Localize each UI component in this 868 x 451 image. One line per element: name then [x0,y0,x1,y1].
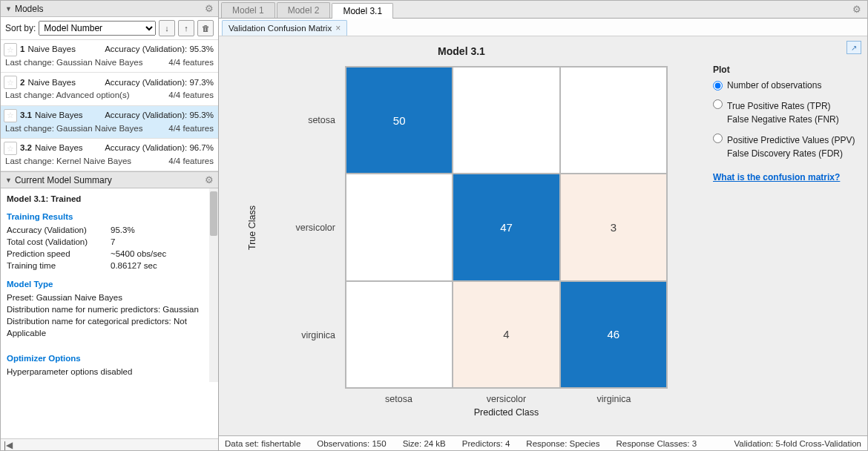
training-results-heading: Training Results [7,211,212,223]
matrix-cell [453,67,559,174]
model-name: Naive Bayes [27,76,76,89]
status-bar: Data set: fishertable Observations: 150 … [219,435,867,450]
popout-icon[interactable]: ↗ [846,41,861,54]
gear-icon[interactable]: ⚙ [205,3,214,14]
status-validation: Validation: 5-fold Cross-Validation [734,439,861,448]
radio-ppv[interactable] [713,134,723,143]
sort-asc-button[interactable]: ↓ [159,20,175,36]
matrix-cell: 46 [560,281,667,388]
metric-row: Prediction speed~5400 obs/sec [7,248,212,260]
models-panel-header[interactable]: ▼ Models ⚙ [1,1,218,17]
model-last-change: Last change: Advanced option(s) [5,89,130,102]
main-tab[interactable]: Model 1 [221,2,275,18]
model-index: 2 [20,76,24,89]
model-name: Naive Bayes [35,109,83,122]
model-features: 4/4 features [168,155,214,168]
optimizer-heading: Optimizer Options [7,352,212,364]
plot-option-observations[interactable]: Number of observations [713,79,857,92]
plot-options-panel: Plot Number of observations True Positiv… [707,59,863,188]
model-list: ☆ 1 Naive Bayes Accuracy (Validation): 9… [1,40,218,171]
model-features: 4/4 features [168,122,214,135]
models-panel-title: Models [15,4,202,14]
status-response: Response: Species [526,439,599,448]
model-last-change: Last change: Gaussian Naive Bayes [5,122,142,135]
metric-row: Training time0.86127 sec [7,260,212,271]
delete-button[interactable]: 🗑 [197,20,214,36]
plot-option-ppv[interactable]: Positive Predictive Values (PPV) [727,134,855,147]
tab-confusion-matrix[interactable]: Validation Confusion Matrix × [222,20,347,36]
model-name: Naive Bayes [27,43,76,56]
col-label: setosa [345,391,453,404]
matrix-cell: 47 [453,174,559,280]
previous-icon[interactable]: |◀ [4,440,13,450]
model-index: 3.1 [20,109,32,122]
y-axis-label: True Class [247,205,257,250]
matrix-cell [346,281,453,388]
summary-panel-header[interactable]: ▼ Current Model Summary ⚙ [1,172,218,188]
confusion-matrix: 50473446 [345,66,668,389]
chart-title: Model 3.1 [219,45,704,57]
status-size: Size: 24 kB [403,439,446,448]
summary-model-name: Model 3.1: Trained [7,193,212,205]
sort-label: Sort by: [5,23,36,33]
plot-option-fdr[interactable]: False Discovery Rates (FDR) [727,147,855,160]
summary-body: Model 3.1: Trained Training Results Accu… [1,188,218,382]
model-accuracy: Accuracy (Validation): 96.7% [105,142,214,154]
gear-icon[interactable]: ⚙ [205,174,214,185]
scrollbar[interactable] [209,188,218,382]
gear-icon[interactable]: ⚙ [852,4,861,15]
model-last-change: Last change: Kernel Naive Bayes [5,155,131,168]
model-last-change: Last change: Gaussian Naive Bayes [5,56,142,69]
matrix-cell [560,67,667,174]
matrix-cell: 50 [346,67,453,174]
summary-panel-title: Current Model Summary [15,175,202,185]
matrix-cell: 3 [560,174,667,280]
x-axis-label: Predicted Class [345,407,668,418]
model-accuracy: Accuracy (Validation): 97.3% [105,76,214,89]
help-link-confusion-matrix[interactable]: What is the confusion matrix? [713,172,857,182]
model-features: 4/4 features [168,56,214,69]
sub-tabs: Validation Confusion Matrix × [219,19,867,36]
status-dataset: Data set: fishertable [225,439,300,448]
sub-tab-label: Validation Confusion Matrix [228,24,332,33]
close-icon[interactable]: × [335,23,341,33]
star-icon[interactable]: ☆ [4,109,17,122]
plot-option-tpr[interactable]: True Positive Rates (TPR) [727,99,839,113]
status-response-classes: Response Classes: 3 [616,439,697,448]
metric-row: Accuracy (Validation)95.3% [7,224,212,236]
star-icon[interactable]: ☆ [4,76,17,89]
main-tab[interactable]: Model 2 [277,2,331,18]
collapse-icon: ▼ [5,5,12,13]
star-icon[interactable]: ☆ [4,142,17,155]
model-index: 1 [20,43,24,56]
sort-select[interactable]: Model Number [39,21,156,36]
model-item[interactable]: ☆ 2 Naive Bayes Accuracy (Validation): 9… [1,73,218,105]
radio-tpr[interactable] [713,99,723,109]
status-observations: Observations: 150 [317,439,386,448]
main-tabs: Model 1Model 2Model 3.1⚙ [219,1,867,19]
col-label: versicolor [453,391,560,404]
optimizer-line: Hyperparameter options disabled [7,366,212,378]
model-item[interactable]: ☆ 3.2 Naive Bayes Accuracy (Validation):… [1,139,218,171]
model-index: 3.2 [20,142,32,154]
model-type-line: Preset: Gaussian Naive Bayes [7,292,212,303]
main-tab[interactable]: Model 3.1 [332,3,393,19]
row-label: setosa [286,66,341,174]
collapse-icon: ▼ [5,177,12,184]
model-item[interactable]: ☆ 1 Naive Bayes Accuracy (Validation): 9… [1,40,218,73]
metric-row: Total cost (Validation)7 [7,236,212,248]
radio-observations[interactable] [713,81,723,90]
model-name: Naive Bayes [35,142,83,154]
sort-desc-button[interactable]: ↑ [178,20,194,36]
model-item[interactable]: ☆ 3.1 Naive Bayes Accuracy (Validation):… [1,106,218,139]
model-type-line: Distribution name for categorical predic… [7,315,212,339]
plot-option-fnr[interactable]: False Negative Rates (FNR) [727,113,839,126]
panel-footer: |◀ [1,438,218,450]
row-label: virginica [286,281,341,389]
model-accuracy: Accuracy (Validation): 95.3% [105,109,214,122]
star-icon[interactable]: ☆ [4,43,17,56]
row-label: versicolor [286,174,341,281]
model-accuracy: Accuracy (Validation): 95.3% [105,43,214,56]
model-features: 4/4 features [168,89,214,102]
plot-options-title: Plot [713,65,857,75]
